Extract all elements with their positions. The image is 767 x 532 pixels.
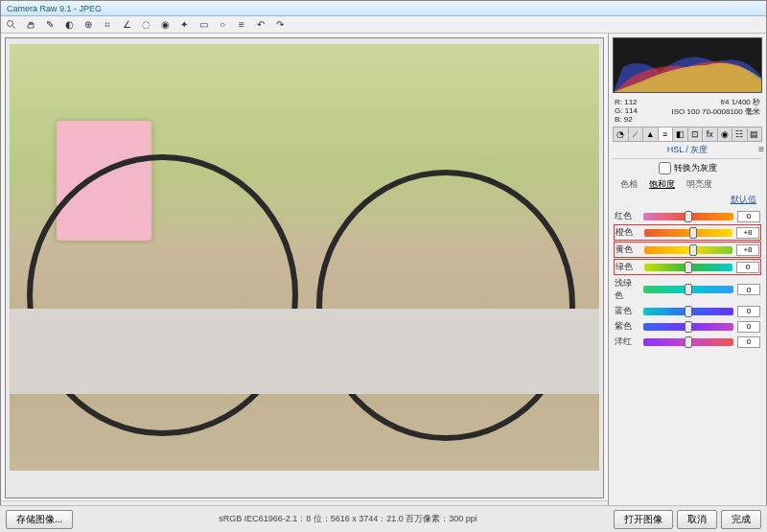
slider-thumb[interactable] <box>685 211 692 222</box>
defaults-link[interactable]: 默认值 <box>609 192 766 208</box>
tab-detail-icon[interactable]: ▲ <box>643 127 659 141</box>
slider-row-0: 红色 <box>615 210 760 222</box>
slider-value[interactable] <box>736 244 759 256</box>
slider-row-6: 紫色 <box>615 320 760 333</box>
rgb-b: B: 92 <box>615 115 638 124</box>
preview-pane: IMG_8780.JPG ⊞ ▭ 20.4% ▾ ◱ ◲ <box>1 34 609 531</box>
slider-row-5: 蓝色 <box>615 305 760 317</box>
footer: 存储图像... sRGB IEC61966-2.1：8 位：5616 x 374… <box>0 505 767 532</box>
app-title: Camera Raw 9.1 - JPEG <box>7 4 102 13</box>
slider-value[interactable] <box>736 262 759 273</box>
slider-row-1: 橙色 <box>615 225 760 240</box>
tab-camera-icon[interactable]: ◉ <box>718 127 733 141</box>
title-bar: Camera Raw 9.1 - JPEG <box>1 1 766 16</box>
slider-row-2: 黄色 <box>615 243 760 257</box>
white-balance-icon[interactable]: ✎ <box>43 18 57 32</box>
open-image-button[interactable]: 打开图像 <box>614 510 673 529</box>
slider-thumb[interactable] <box>685 336 692 348</box>
slider-thumb[interactable] <box>685 321 692 333</box>
slider-label: 橙色 <box>616 226 640 239</box>
svg-point-0 <box>8 20 13 26</box>
slider-label: 绿色 <box>616 261 640 273</box>
slider-thumb[interactable] <box>689 244 697 256</box>
right-panel: R: 112 G: 114 B: 92 f/4 1/400 秒 ISO 100 … <box>609 34 766 531</box>
slider-label: 浅绿色 <box>615 277 639 302</box>
slider-track[interactable] <box>644 264 732 271</box>
tab-lens-icon[interactable]: ⊡ <box>688 127 704 141</box>
slider-value[interactable] <box>737 284 760 295</box>
zoom-tool-icon[interactable] <box>5 18 18 32</box>
slider-row-7: 洋红 <box>615 335 760 348</box>
preview-image[interactable] <box>5 37 604 498</box>
image-meta[interactable]: sRGB IEC61966-2.1：8 位：5616 x 3744：21.0 百… <box>82 513 614 525</box>
cancel-button[interactable]: 取消 <box>677 510 717 529</box>
slider-value[interactable] <box>737 306 760 317</box>
slider-label: 紫色 <box>615 320 639 333</box>
slider-track[interactable] <box>644 246 732 254</box>
subtab-hue[interactable]: 色相 <box>615 177 643 192</box>
slider-thumb[interactable] <box>689 227 697 239</box>
tab-presets-icon[interactable]: ☷ <box>732 127 748 141</box>
tab-hsl-icon[interactable]: ≡ <box>659 127 674 141</box>
slider-track[interactable] <box>644 229 732 237</box>
slider-label: 蓝色 <box>615 305 639 317</box>
slider-label: 红色 <box>615 210 639 222</box>
slider-value[interactable] <box>737 321 760 333</box>
slider-track[interactable] <box>643 308 733 315</box>
rotate-right-icon[interactable]: ↷ <box>273 18 287 32</box>
slider-row-3: 绿色 <box>615 260 760 274</box>
slider-label: 洋红 <box>615 335 639 348</box>
straighten-icon[interactable]: ∠ <box>120 18 133 32</box>
panel-tabs: ◔ ⟋ ▲ ≡ ◧ ⊡ fx ◉ ☷ ▤ <box>613 127 762 142</box>
subtab-luminance[interactable]: 明亮度 <box>681 177 718 192</box>
slider-thumb[interactable] <box>685 306 692 317</box>
save-image-button[interactable]: 存储图像... <box>6 510 73 529</box>
target-icon[interactable]: ⊕ <box>81 18 95 32</box>
prefs-icon[interactable]: ≡ <box>235 18 248 32</box>
tab-fx-icon[interactable]: fx <box>703 127 718 141</box>
red-eye-icon[interactable]: ◉ <box>158 18 172 32</box>
exif-line1: f/4 1/400 秒 <box>671 98 760 107</box>
crop-icon[interactable]: ⌗ <box>101 18 114 32</box>
tab-curve-icon[interactable]: ⟋ <box>629 127 644 141</box>
slider-thumb[interactable] <box>685 262 692 273</box>
slider-value[interactable] <box>736 227 759 239</box>
slider-track[interactable] <box>643 286 733 293</box>
gradient-icon[interactable]: ▭ <box>197 18 210 32</box>
panel-title: HSL / 灰度 <box>613 142 762 159</box>
color-sampler-icon[interactable]: ◐ <box>62 18 76 32</box>
grayscale-label: 转换为灰度 <box>674 162 717 174</box>
slider-track[interactable] <box>643 213 733 220</box>
tab-basic-icon[interactable]: ◔ <box>614 127 629 141</box>
slider-row-4: 浅绿色 <box>615 277 760 302</box>
svg-line-1 <box>12 25 15 28</box>
slider-track[interactable] <box>643 338 733 346</box>
subtab-saturation[interactable]: 饱和度 <box>643 177 681 192</box>
slider-label: 黄色 <box>616 243 640 256</box>
hand-tool-icon[interactable] <box>24 18 37 32</box>
panel-menu-icon[interactable]: ≡ <box>758 144 764 154</box>
rotate-left-icon[interactable]: ↶ <box>254 18 267 32</box>
spot-removal-icon[interactable]: ◌ <box>139 18 152 32</box>
grayscale-checkbox[interactable] <box>659 162 671 174</box>
histogram[interactable] <box>613 37 762 93</box>
adjust-brush-icon[interactable]: ✦ <box>177 18 191 32</box>
exif-line2: ISO 100 70-0008100 毫米 <box>671 107 760 117</box>
rgb-g: G: 114 <box>615 106 638 115</box>
slider-group: 红色橙色黄色绿色浅绿色蓝色紫色洋红 <box>609 208 766 353</box>
tab-snapshot-icon[interactable]: ▤ <box>748 127 762 141</box>
done-button[interactable]: 完成 <box>721 510 761 529</box>
slider-value[interactable] <box>737 211 760 222</box>
radial-icon[interactable]: ○ <box>216 18 229 32</box>
toolbar: ✎ ◐ ⊕ ⌗ ∠ ◌ ◉ ✦ ▭ ○ ≡ ↶ ↷ <box>1 16 766 34</box>
slider-value[interactable] <box>737 336 760 348</box>
slider-track[interactable] <box>643 323 733 331</box>
tab-split-icon[interactable]: ◧ <box>673 127 688 141</box>
slider-thumb[interactable] <box>685 284 692 295</box>
rgb-r: R: 112 <box>615 98 638 106</box>
